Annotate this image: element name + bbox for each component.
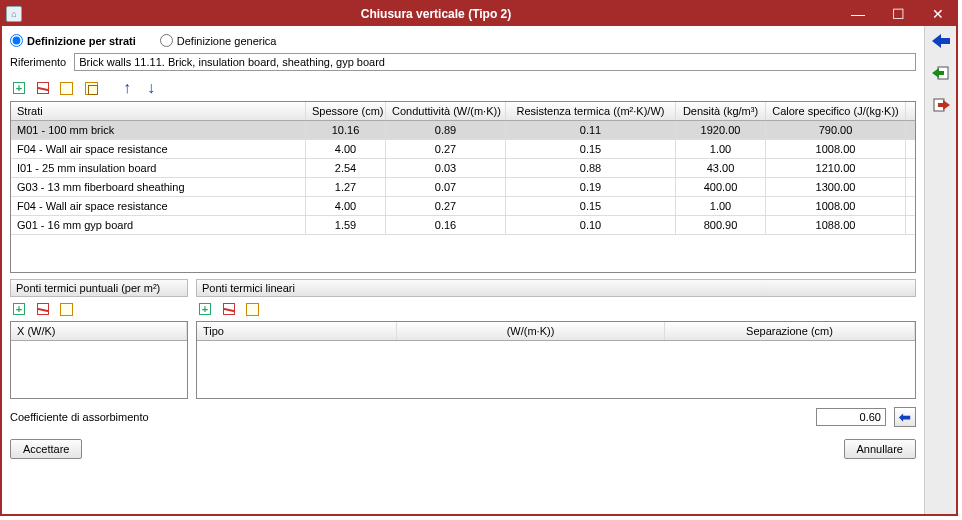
cell[interactable]: 1210.00	[766, 159, 906, 177]
cell[interactable]: G03 - 13 mm fiberboard sheathing	[11, 178, 306, 196]
cell[interactable]: 1.00	[676, 140, 766, 158]
titlebar: ⌂ Chiusura verticale (Tipo 2) — ☐ ✕	[2, 2, 956, 26]
lb-add-button[interactable]: +	[196, 300, 214, 318]
dialog-window: ⌂ Chiusura verticale (Tipo 2) — ☐ ✕ Defi…	[0, 0, 958, 516]
cell[interactable]: 1.00	[676, 197, 766, 215]
point-bridges-table: X (W/K)	[10, 321, 188, 399]
cell[interactable]: 0.15	[506, 140, 676, 158]
cell[interactable]: 1300.00	[766, 178, 906, 196]
absorb-input[interactable]	[816, 408, 886, 426]
window-title: Chiusura verticale (Tipo 2)	[28, 7, 844, 21]
move-down-button[interactable]: ↓	[142, 79, 160, 97]
move-up-button[interactable]: ↑	[118, 79, 136, 97]
absorb-pick-button[interactable]: ⬅	[894, 407, 916, 427]
cell[interactable]: 400.00	[676, 178, 766, 196]
cell[interactable]: 0.27	[386, 140, 506, 158]
radio-generica-label: Definizione generica	[177, 35, 277, 47]
table-row[interactable]: G01 - 16 mm gyp board1.590.160.10800.901…	[11, 216, 915, 235]
svg-marker-0	[932, 34, 950, 48]
cell[interactable]: F04 - Wall air space resistance	[11, 197, 306, 215]
cell[interactable]: 1008.00	[766, 197, 906, 215]
close-button[interactable]: ✕	[924, 5, 952, 23]
cell[interactable]: 0.27	[386, 197, 506, 215]
pb-delete-button[interactable]	[34, 300, 52, 318]
col-resistance[interactable]: Resistenza termica ((m²·K)/W)	[506, 102, 676, 120]
cell[interactable]: F04 - Wall air space resistance	[11, 140, 306, 158]
radio-per-strati[interactable]: Definizione per strati	[10, 34, 136, 47]
lb-delete-button[interactable]	[220, 300, 238, 318]
table-row[interactable]: I01 - 25 mm insulation board2.540.030.88…	[11, 159, 915, 178]
cell[interactable]: 0.88	[506, 159, 676, 177]
cell[interactable]: 1.27	[306, 178, 386, 196]
table-row[interactable]: M01 - 100 mm brick10.160.890.111920.0079…	[11, 121, 915, 140]
right-sidebar	[924, 26, 956, 514]
cell[interactable]: 1088.00	[766, 216, 906, 234]
delete-layer-button[interactable]	[34, 79, 52, 97]
radio-generica[interactable]: Definizione generica	[160, 34, 277, 47]
paste-layer-button[interactable]	[82, 79, 100, 97]
cell[interactable]: 0.10	[506, 216, 676, 234]
cell[interactable]: 790.00	[766, 121, 906, 139]
accept-button[interactable]: Accettare	[10, 439, 82, 459]
cell[interactable]: 0.11	[506, 121, 676, 139]
radio-per-strati-label: Definizione per strati	[27, 35, 136, 47]
lb-col-coef[interactable]: (W/(m·K))	[397, 322, 665, 340]
back-icon[interactable]	[931, 32, 951, 50]
cell[interactable]: M01 - 100 mm brick	[11, 121, 306, 139]
definition-mode-radio: Definizione per strati Definizione gener…	[10, 34, 916, 47]
cell[interactable]: 43.00	[676, 159, 766, 177]
reference-label: Riferimento	[10, 56, 66, 68]
add-layer-button[interactable]: +	[10, 79, 28, 97]
cell[interactable]: I01 - 25 mm insulation board	[11, 159, 306, 177]
linear-bridges-table: Tipo (W/(m·K)) Separazione (cm)	[196, 321, 916, 399]
table-row[interactable]: F04 - Wall air space resistance4.000.270…	[11, 140, 915, 159]
reference-input[interactable]	[74, 53, 916, 71]
col-conductivity[interactable]: Conduttività (W/(m·K))	[386, 102, 506, 120]
lb-col-sep[interactable]: Separazione (cm)	[665, 322, 915, 340]
lb-copy-button[interactable]	[244, 300, 262, 318]
cell[interactable]: 10.16	[306, 121, 386, 139]
pb-col-x[interactable]: X (W/K)	[11, 322, 187, 340]
copy-layer-button[interactable]	[58, 79, 76, 97]
export-icon[interactable]	[931, 96, 951, 114]
table-row[interactable]: G03 - 13 mm fiberboard sheathing1.270.07…	[11, 178, 915, 197]
cell[interactable]: 4.00	[306, 197, 386, 215]
cell[interactable]: 2.54	[306, 159, 386, 177]
import-icon[interactable]	[931, 64, 951, 82]
lb-col-type[interactable]: Tipo	[197, 322, 397, 340]
pb-add-button[interactable]: +	[10, 300, 28, 318]
col-density[interactable]: Densità (kg/m³)	[676, 102, 766, 120]
cell[interactable]: 0.19	[506, 178, 676, 196]
layers-table: Strati Spessore (cm) Conduttività (W/(m·…	[10, 101, 916, 273]
cell[interactable]: G01 - 16 mm gyp board	[11, 216, 306, 234]
table-row[interactable]: F04 - Wall air space resistance4.000.270…	[11, 197, 915, 216]
cell[interactable]: 0.89	[386, 121, 506, 139]
cell[interactable]: 1.59	[306, 216, 386, 234]
layers-toolbar: + ↑ ↓	[10, 77, 916, 101]
cell[interactable]: 0.16	[386, 216, 506, 234]
cell[interactable]: 0.15	[506, 197, 676, 215]
point-bridges-toolbar: +	[10, 297, 188, 321]
minimize-button[interactable]: —	[844, 5, 872, 23]
cell[interactable]: 4.00	[306, 140, 386, 158]
cell[interactable]: 0.03	[386, 159, 506, 177]
cell[interactable]: 1920.00	[676, 121, 766, 139]
pb-copy-button[interactable]	[58, 300, 76, 318]
app-icon: ⌂	[6, 6, 22, 22]
linear-bridges-toolbar: +	[196, 297, 916, 321]
cancel-button[interactable]: Annullare	[844, 439, 916, 459]
absorb-label: Coefficiente di assorbimento	[10, 411, 808, 423]
cell[interactable]: 0.07	[386, 178, 506, 196]
layers-body: M01 - 100 mm brick10.160.890.111920.0079…	[11, 121, 915, 272]
linear-bridges-title: Ponti termici lineari	[196, 279, 916, 297]
cell[interactable]: 1008.00	[766, 140, 906, 158]
radio-per-strati-input[interactable]	[10, 34, 23, 47]
point-bridges-title: Ponti termici puntuali (per m²)	[10, 279, 188, 297]
col-spessore[interactable]: Spessore (cm)	[306, 102, 386, 120]
cell[interactable]: 800.90	[676, 216, 766, 234]
col-specheat[interactable]: Calore specifico (J/(kg·K))	[766, 102, 906, 120]
col-strati[interactable]: Strati	[11, 102, 306, 120]
radio-generica-input[interactable]	[160, 34, 173, 47]
maximize-button[interactable]: ☐	[884, 5, 912, 23]
